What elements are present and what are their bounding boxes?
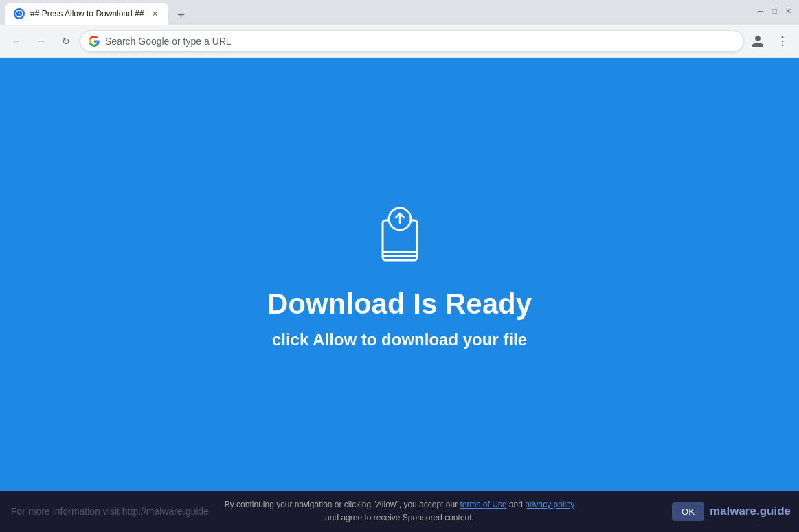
ok-button[interactable]: OK: [672, 502, 704, 521]
toolbar-icons: [747, 30, 794, 52]
close-window-button[interactable]: ✕: [783, 5, 794, 16]
toolbar: ← → ↻ Search Google or type a URL: [0, 25, 799, 58]
svg-point-2: [782, 40, 784, 42]
reload-button[interactable]: ↻: [55, 30, 77, 52]
profile-button[interactable]: [747, 30, 769, 52]
svg-point-3: [782, 44, 784, 46]
tab-area: ## Press Allow to Download ## ✕ +: [5, 0, 755, 25]
privacy-link[interactable]: privacy policy: [525, 500, 574, 509]
window-controls: ─ □ ✕: [755, 5, 794, 19]
menu-button[interactable]: [772, 30, 794, 52]
titlebar: ## Press Allow to Download ## ✕ + ─ □ ✕: [0, 0, 799, 25]
bottom-text-after: and agree to receive Sponsored content.: [325, 513, 474, 522]
tab-title: ## Press Allow to Download ##: [30, 9, 144, 19]
main-title: Download Is Ready: [267, 288, 532, 321]
maximize-button[interactable]: □: [769, 5, 780, 16]
address-bar[interactable]: Search Google or type a URL: [80, 30, 744, 52]
download-icon-wrapper: [365, 200, 434, 271]
malware-guide-text: malware.guide: [710, 505, 791, 518]
sub-title: click Allow to download your file: [272, 330, 527, 349]
browser-window: ## Press Allow to Download ## ✕ + ─ □ ✕ …: [0, 0, 799, 532]
forward-button[interactable]: →: [30, 30, 52, 52]
tab-favicon: [14, 8, 25, 19]
back-button[interactable]: ←: [5, 30, 27, 52]
svg-point-1: [782, 36, 784, 38]
more-info-text: For more information visit http://malwar…: [11, 506, 209, 517]
bottom-text-and: and: [506, 500, 525, 509]
bottom-bar: By continuing your navigation or clickin…: [0, 491, 799, 532]
google-icon: [89, 36, 100, 47]
bottom-bar-text: By continuing your navigation or clickin…: [225, 498, 574, 524]
tab-close-button[interactable]: ✕: [149, 8, 160, 19]
page-content: Download Is Ready click Allow to downloa…: [0, 58, 799, 491]
bottom-text-before: By continuing your navigation or clickin…: [225, 500, 460, 509]
minimize-button[interactable]: ─: [755, 5, 766, 16]
download-ready-icon: [365, 200, 434, 268]
terms-link[interactable]: terms of Use: [460, 500, 506, 509]
address-text: Search Google or type a URL: [105, 36, 735, 47]
active-tab[interactable]: ## Press Allow to Download ## ✕: [5, 3, 168, 25]
new-tab-button[interactable]: +: [171, 5, 190, 25]
